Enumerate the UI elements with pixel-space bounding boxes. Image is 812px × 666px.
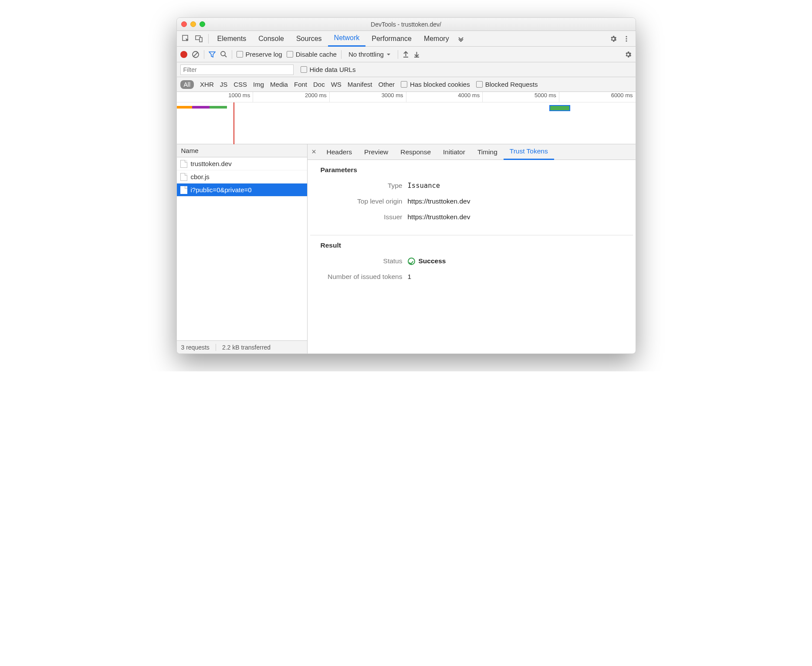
timeline-bar	[210, 106, 227, 109]
type-filter-js[interactable]: JS	[220, 81, 228, 88]
tab-sources[interactable]: Sources	[290, 31, 328, 47]
filter-icon[interactable]	[209, 51, 216, 58]
detail-tab-initiator[interactable]: Initiator	[437, 144, 471, 160]
timeline[interactable]: 1000 ms2000 ms3000 ms4000 ms5000 ms6000 …	[177, 92, 636, 144]
type-filter-doc[interactable]: Doc	[313, 81, 325, 88]
tab-network[interactable]: Network	[328, 31, 366, 47]
type-filter-css[interactable]: CSS	[233, 81, 247, 88]
svg-point-4	[626, 38, 627, 39]
requests-count: 3 requests	[181, 344, 216, 351]
type-filter-ws[interactable]: WS	[331, 81, 342, 88]
timeline-tick: 5000 ms	[482, 92, 559, 102]
timeline-marker	[233, 102, 234, 144]
timeline-bar	[177, 106, 192, 109]
tab-console[interactable]: Console	[252, 31, 290, 47]
close-window-icon[interactable]	[181, 21, 187, 27]
detail-tab-response[interactable]: Response	[394, 144, 437, 160]
request-row[interactable]: i?public=0&private=0	[177, 183, 307, 197]
window-title: DevTools - trusttoken.dev/	[181, 21, 631, 28]
file-icon	[180, 160, 187, 168]
device-toggle-icon[interactable]	[193, 32, 206, 45]
timeline-tick: 4000 ms	[406, 92, 483, 102]
zoom-window-icon[interactable]	[200, 21, 205, 27]
detail-tab-headers[interactable]: Headers	[321, 144, 359, 160]
clear-icon[interactable]	[192, 51, 200, 58]
tab-memory[interactable]: Memory	[418, 31, 455, 47]
minimize-window-icon[interactable]	[190, 21, 196, 27]
type-filter-all[interactable]: All	[180, 80, 194, 89]
transferred-size: 2.2 kB transferred	[222, 344, 271, 351]
close-detail-icon[interactable]: ×	[308, 147, 321, 156]
preserve-log-checkbox[interactable]: Preserve log	[237, 51, 282, 58]
file-icon	[180, 186, 187, 194]
timeline-tick: 6000 ms	[559, 92, 636, 102]
devtools-window: DevTools - trusttoken.dev/ ElementsConso…	[176, 17, 636, 354]
upload-har-icon[interactable]	[403, 51, 409, 58]
tokens-value: 1	[408, 273, 412, 281]
window-traffic-lights	[181, 21, 205, 27]
svg-point-5	[626, 40, 627, 41]
svg-line-9	[225, 55, 227, 57]
svg-point-8	[221, 51, 225, 56]
file-icon	[180, 173, 187, 181]
tab-elements[interactable]: Elements	[211, 31, 253, 47]
request-list-panel: Name trusttoken.devcbor.jsi?public=0&pri…	[177, 144, 308, 353]
type-filter-xhr[interactable]: XHR	[200, 81, 214, 88]
filter-bar: Hide data URLs	[177, 62, 636, 77]
throttling-select[interactable]: No throttling	[346, 51, 393, 58]
disable-cache-checkbox[interactable]: Disable cache	[287, 51, 337, 58]
svg-line-7	[193, 52, 198, 57]
timeline-tick: 1000 ms	[177, 92, 253, 102]
download-har-icon[interactable]	[413, 51, 420, 58]
request-name: i?public=0&private=0	[191, 186, 252, 194]
network-settings-icon[interactable]	[624, 51, 632, 58]
status-bar: 3 requests 2.2 kB transferred	[177, 340, 307, 353]
hide-data-urls-checkbox[interactable]: Hide data URLs	[301, 66, 356, 73]
type-filter-media[interactable]: Media	[270, 81, 288, 88]
section-title: Result	[321, 241, 623, 249]
timeline-bar	[192, 106, 210, 109]
type-filter-other[interactable]: Other	[379, 81, 395, 88]
result-section: Result Status Success Number of issued t…	[308, 235, 636, 295]
param-origin-value: https://trusttoken.dev	[408, 197, 470, 205]
parameters-section: Parameters TypeIssuance Top level origin…	[308, 160, 636, 235]
request-row[interactable]: trusttoken.dev	[177, 157, 307, 170]
main-tabs: ElementsConsoleSourcesNetworkPerformance…	[177, 31, 636, 47]
detail-panel: × HeadersPreviewResponseInitiatorTimingT…	[308, 144, 636, 353]
column-header-name[interactable]: Name	[177, 144, 307, 157]
inspect-element-icon[interactable]	[179, 32, 193, 45]
timeline-selection	[549, 105, 570, 111]
type-filter-manifest[interactable]: Manifest	[348, 81, 372, 88]
request-name: cbor.js	[191, 173, 210, 180]
detail-tab-trust-tokens[interactable]: Trust Tokens	[504, 144, 554, 160]
tab-performance[interactable]: Performance	[365, 31, 418, 47]
content-area: Name trusttoken.devcbor.jsi?public=0&pri…	[177, 144, 636, 353]
svg-rect-2	[200, 37, 202, 42]
network-toolbar: Preserve log Disable cache No throttling	[177, 47, 636, 62]
search-icon[interactable]	[220, 51, 227, 58]
titlebar: DevTools - trusttoken.dev/	[177, 18, 636, 31]
param-issuer-value: https://trusttoken.dev	[408, 213, 470, 221]
success-check-icon	[408, 258, 415, 265]
more-tabs-icon[interactable]	[455, 36, 467, 42]
section-title: Parameters	[321, 166, 623, 174]
type-filter-img[interactable]: Img	[253, 81, 264, 88]
svg-point-3	[626, 36, 627, 37]
status-value: Success	[408, 257, 446, 265]
request-name: trusttoken.dev	[191, 160, 232, 167]
filter-input[interactable]	[180, 65, 294, 75]
type-filter-row: AllXHRJSCSSImgMediaFontDocWSManifestOthe…	[177, 77, 636, 92]
param-type-value: Issuance	[408, 182, 440, 190]
type-filter-font[interactable]: Font	[294, 81, 307, 88]
timeline-tick: 2000 ms	[253, 92, 329, 102]
timeline-tick: 3000 ms	[329, 92, 406, 102]
detail-tabs: × HeadersPreviewResponseInitiatorTimingT…	[308, 144, 636, 160]
blocked-requests-checkbox[interactable]: Blocked Requests	[476, 81, 538, 88]
kebab-menu-icon[interactable]	[620, 32, 633, 45]
record-button[interactable]	[180, 51, 187, 58]
detail-tab-preview[interactable]: Preview	[358, 144, 394, 160]
has-blocked-cookies-checkbox[interactable]: Has blocked cookies	[401, 81, 470, 88]
settings-icon[interactable]	[607, 32, 620, 45]
detail-tab-timing[interactable]: Timing	[471, 144, 504, 160]
request-row[interactable]: cbor.js	[177, 170, 307, 183]
